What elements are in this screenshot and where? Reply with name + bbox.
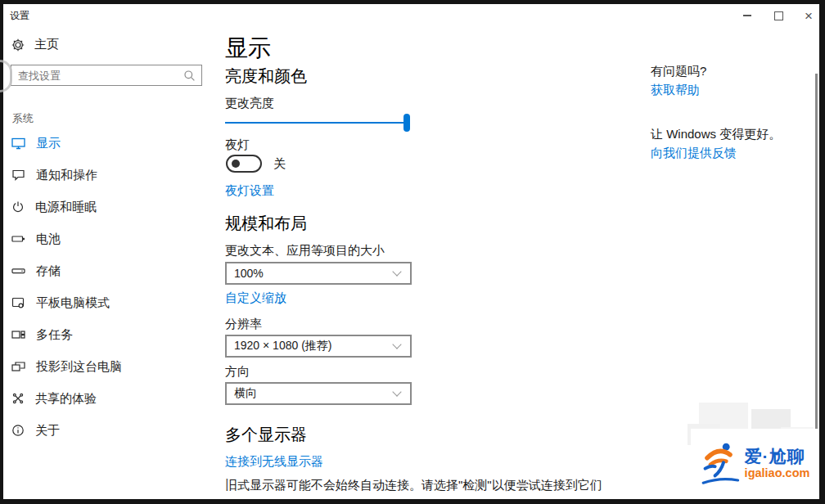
- runner-logo-icon: [701, 440, 740, 488]
- tablet-icon: [11, 296, 25, 309]
- sidebar-items: 显示 通知和操作 电源和睡眠: [3, 127, 216, 446]
- connect-wireless-display-link[interactable]: 连接到无线显示器: [225, 454, 323, 470]
- search-box[interactable]: [11, 65, 202, 86]
- chevron-down-icon: [392, 340, 401, 349]
- sidebar-item-notifications[interactable]: 通知和操作: [3, 159, 216, 191]
- sidebar-item-about[interactable]: 关于: [3, 414, 216, 446]
- shared-icon: [11, 392, 25, 405]
- close-button[interactable]: ×: [799, 7, 818, 24]
- search-icon: [183, 70, 196, 82]
- sidebar-item-shared-experiences[interactable]: 共享的体验: [3, 382, 216, 414]
- titlebar: 设置 ×: [3, 4, 819, 29]
- sidebar-item-power-sleep[interactable]: 电源和睡眠: [3, 191, 216, 223]
- minimize-icon: [743, 15, 751, 16]
- window-title: 设置: [10, 9, 29, 23]
- sidebar-item-label: 电源和睡眠: [35, 199, 97, 215]
- sidebar: 主页 系统 显示: [3, 29, 216, 499]
- display-icon: [11, 137, 25, 150]
- toggle-knob: [232, 160, 240, 168]
- search-input[interactable]: [11, 70, 183, 82]
- sidebar-item-label: 投影到这台电脑: [36, 358, 122, 375]
- minimize-button[interactable]: [737, 7, 757, 24]
- project-icon: [11, 360, 25, 373]
- chevron-down-icon: [392, 267, 401, 276]
- scale-layout-heading: 规模和布局: [225, 213, 307, 235]
- watermark-card: 爱·尬聊 igaliao.com: [691, 429, 819, 499]
- gear-icon: [11, 38, 25, 52]
- brightness-slider[interactable]: [225, 113, 408, 133]
- brightness-slider-label: 更改亮度: [225, 96, 274, 111]
- orientation-label: 方向: [225, 364, 250, 380]
- brightness-slider-fill: [225, 122, 407, 124]
- get-help-link[interactable]: 获取帮助: [651, 83, 700, 98]
- page-title: 显示: [225, 33, 271, 64]
- sidebar-item-storage[interactable]: 存储: [3, 254, 216, 286]
- multiple-displays-heading: 多个显示器: [225, 424, 307, 446]
- watermark-text: 爱·尬聊 igaliao.com: [745, 448, 810, 479]
- maximize-button[interactable]: [769, 7, 788, 24]
- notifications-icon: [11, 169, 25, 182]
- maximize-icon: [774, 11, 783, 20]
- sidebar-item-home[interactable]: 主页: [11, 37, 59, 52]
- watermark: 爱·尬聊 igaliao.com: [683, 403, 819, 499]
- battery-icon: [11, 232, 25, 245]
- night-light-toggle[interactable]: [226, 155, 262, 173]
- resolution-label: 分辨率: [225, 317, 262, 332]
- help-question: 有问题吗?: [651, 64, 706, 79]
- sidebar-item-label: 关于: [35, 422, 60, 439]
- night-light-toggle-row: 关: [226, 155, 286, 173]
- sidebar-home-label: 主页: [34, 37, 59, 52]
- sidebar-item-label: 多任务: [36, 326, 73, 343]
- sidebar-item-display[interactable]: 显示: [3, 127, 216, 159]
- sidebar-item-label: 通知和操作: [36, 167, 97, 183]
- night-light-settings-link[interactable]: 夜灯设置: [225, 183, 274, 199]
- sidebar-item-label: 存储: [36, 263, 61, 279]
- sidebar-item-label: 平板电脑模式: [36, 295, 110, 311]
- watermark-cn-name: 爱·尬聊: [745, 448, 810, 466]
- storage-icon: [11, 264, 25, 277]
- scale-dropdown-value: 100%: [227, 267, 264, 280]
- sidebar-item-projecting[interactable]: 投影到这台电脑: [3, 350, 216, 382]
- night-light-state: 关: [273, 156, 286, 172]
- sidebar-item-label: 显示: [36, 135, 61, 151]
- sidebar-section-system: 系统: [12, 111, 34, 126]
- scale-dropdown[interactable]: 100%: [225, 262, 412, 285]
- multiple-displays-note: 旧式显示器可能不会始终自动连接。请选择"检测"以便尝试连接到它们: [225, 476, 606, 493]
- resolution-dropdown-value: 1920 × 1080 (推荐): [227, 339, 331, 353]
- resolution-dropdown[interactable]: 1920 × 1080 (推荐): [225, 335, 412, 358]
- scale-size-label: 更改文本、应用等项目的大小: [225, 243, 385, 259]
- sidebar-item-battery[interactable]: 电池: [3, 223, 216, 254]
- sidebar-item-multitasking[interactable]: 多任务: [3, 318, 216, 350]
- orientation-dropdown-value: 横向: [227, 386, 257, 401]
- sidebar-item-label: 共享的体验: [35, 390, 97, 407]
- brightness-heading: 亮度和颜色: [225, 65, 307, 88]
- watermark-site: igaliao.com: [745, 467, 810, 479]
- make-windows-better-text: 让 Windows 变得更好。: [651, 127, 781, 142]
- power-icon: [11, 200, 25, 214]
- night-light-label: 夜灯: [225, 137, 250, 153]
- settings-window: 设置 × 主页 系统: [3, 4, 819, 499]
- chevron-down-icon: [392, 387, 401, 396]
- custom-scaling-link[interactable]: 自定义缩放: [225, 290, 286, 306]
- multitask-icon: [11, 328, 25, 341]
- sidebar-item-label: 电池: [36, 231, 61, 247]
- orientation-dropdown[interactable]: 横向: [225, 382, 412, 405]
- give-feedback-link[interactable]: 向我们提供反馈: [651, 146, 737, 161]
- sidebar-item-tablet-mode[interactable]: 平板电脑模式: [3, 286, 216, 318]
- brightness-slider-thumb[interactable]: [403, 114, 410, 132]
- about-icon: [11, 424, 25, 437]
